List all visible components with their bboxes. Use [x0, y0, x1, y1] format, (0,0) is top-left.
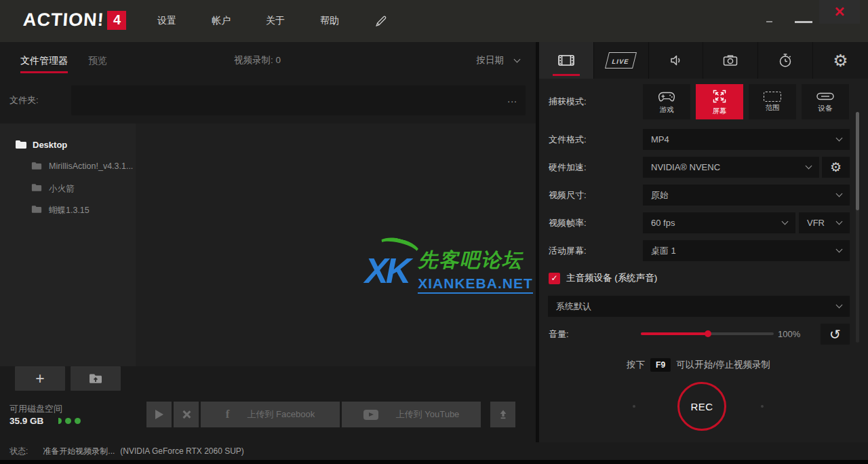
chevron-down-icon: [836, 135, 843, 142]
hw-accel-dropdown[interactable]: NVIDIA® NVENC: [643, 157, 819, 178]
scrollbar-thumb[interactable]: [856, 112, 859, 210]
folder-path-input[interactable]: ...: [71, 85, 526, 115]
minimize-to-tray-button[interactable]: [766, 21, 772, 22]
left-tab-bar: 文件管理器 预览 视频录制: 0 按日期: [0, 42, 536, 79]
chevron-down-icon: [782, 218, 789, 225]
file-format-dropdown[interactable]: MP4: [643, 129, 850, 150]
gear-icon: ⚙: [833, 52, 848, 69]
minimize-button[interactable]: [795, 21, 812, 23]
import-folder-button[interactable]: [71, 366, 121, 391]
tree-item-xiaohuojian[interactable]: 小火箭: [0, 178, 136, 199]
delete-button[interactable]: [174, 402, 199, 427]
reset-icon: ↺: [829, 326, 841, 343]
framerate-mode-dropdown[interactable]: VFR: [799, 212, 850, 233]
active-screen-dropdown[interactable]: 桌面 1: [643, 240, 850, 261]
speaker-icon: [667, 52, 685, 69]
audio-device-dropdown[interactable]: 系统默认: [548, 296, 850, 317]
tab-screenshots[interactable]: [703, 42, 758, 79]
f9-key-badge: F9: [650, 358, 671, 372]
framerate-label: 视频帧率:: [549, 212, 587, 233]
capture-mode-device[interactable]: 设备: [802, 84, 849, 119]
tab-preview[interactable]: 预览: [88, 42, 107, 79]
folder-tree: Desktop MirillisAction!_v4.3.1... 小火箭: [0, 123, 136, 366]
status-label: 状态:: [9, 446, 28, 457]
pen-icon[interactable]: [374, 15, 387, 28]
rec-button[interactable]: REC: [677, 382, 726, 431]
region-select-icon: [764, 92, 781, 102]
menu-about[interactable]: 关于: [266, 15, 285, 27]
disk-space-label: 可用磁盘空间: [9, 403, 62, 415]
menu-account[interactable]: 帐户: [212, 15, 231, 27]
hw-accel-settings-button[interactable]: ⚙: [822, 157, 850, 178]
primary-audio-label: 主音频设备 (系统声音): [566, 272, 657, 284]
logo-4-badge: 4: [107, 11, 126, 30]
volume-fill: [641, 332, 707, 335]
folder-import-icon: [89, 373, 102, 384]
chevron-down-icon: [806, 163, 812, 170]
upload-facebook-button[interactable]: f 上传到 Facebook: [201, 402, 340, 427]
tab-file-manager[interactable]: 文件管理器: [20, 42, 68, 79]
youtube-icon: [363, 410, 378, 420]
chevron-down-icon: [836, 218, 843, 225]
volume-value: 100%: [778, 324, 800, 345]
stopwatch-icon: [776, 52, 794, 69]
menu-help[interactable]: 帮助: [320, 15, 339, 27]
folder-row: 文件夹: ...: [0, 79, 536, 122]
video-size-dropdown[interactable]: 原始: [643, 185, 850, 206]
recordings-count: 视频录制: 0: [234, 42, 281, 79]
tab-live-streaming[interactable]: LIVE: [594, 42, 649, 79]
volume-reset-button[interactable]: ↺: [821, 324, 850, 345]
watermark-url: XIANKEBA.NET: [418, 275, 533, 294]
hotkey-hint: 按下F9可以开始/停止视频录制: [539, 358, 858, 372]
file-format-row: 文件格式: MP4: [539, 129, 868, 150]
file-manager-panel: 文件管理器 预览 视频录制: 0 按日期 文件夹: ...: [0, 42, 536, 442]
tree-item-mirillis[interactable]: MirillisAction!_v4.3.1...: [0, 156, 136, 178]
tree-item-desktop[interactable]: Desktop: [0, 134, 136, 156]
sort-by-dropdown[interactable]: 按日期: [477, 42, 520, 79]
menu-settings[interactable]: 设置: [157, 15, 176, 27]
chevron-down-icon: [836, 246, 843, 253]
forum-watermark: XK 先客吧论坛 XIANKEBA.NET: [365, 247, 533, 294]
volume-thumb[interactable]: [705, 330, 711, 337]
tab-video-recording[interactable]: [539, 42, 594, 79]
video-size-label: 视频尺寸:: [549, 185, 587, 206]
bottom-toolbar: f 上传到 Facebook 上传到 YouTube: [146, 402, 515, 427]
upload-facebook-label: 上传到 Facebook: [247, 408, 315, 421]
close-button[interactable]: [819, 0, 860, 24]
capture-mode-label: 捕获模式:: [549, 84, 587, 119]
right-tab-bar: LIVE ⚙: [539, 42, 868, 79]
rec-side-dot-left: [633, 405, 635, 408]
framerate-dropdown[interactable]: 60 fps: [643, 212, 795, 233]
facebook-icon: f: [226, 408, 230, 421]
upload-icon: [498, 409, 509, 420]
disk-space-row: 35.9 GB: [9, 416, 81, 426]
hint-suffix: 可以开始/停止视频录制: [676, 360, 770, 370]
watermark-title: 先客吧论坛: [418, 247, 533, 274]
capture-mode-game[interactable]: 游戏: [643, 84, 690, 119]
upload-youtube-button[interactable]: 上传到 YouTube: [342, 402, 481, 427]
file-format-label: 文件格式:: [549, 129, 587, 150]
folder-icon: [31, 205, 42, 214]
titlebar: ACTION! 4 设置 帐户 关于 帮助: [0, 0, 868, 42]
settings-scrollbar[interactable]: [856, 112, 859, 343]
capture-mode-region[interactable]: 范围: [749, 84, 796, 119]
tab-benchmark[interactable]: [758, 42, 813, 79]
folder-icon: [31, 183, 42, 192]
add-folder-button[interactable]: +: [15, 366, 65, 391]
play-button[interactable]: [146, 402, 172, 427]
recordings-list-area: XK 先客吧论坛 XIANKEBA.NET: [136, 123, 536, 366]
browse-folder-button[interactable]: ...: [507, 85, 517, 115]
tree-item-hudie[interactable]: 蝴蝶1.3.15: [0, 199, 136, 221]
video-size-row: 视频尺寸: 原始: [539, 185, 868, 206]
tab-audio-recording[interactable]: [649, 42, 704, 79]
close-icon: [834, 6, 845, 17]
export-button[interactable]: [490, 402, 515, 427]
volume-slider[interactable]: [641, 332, 774, 335]
app-logo: ACTION! 4: [23, 9, 126, 31]
primary-audio-checkbox[interactable]: ✓: [549, 273, 560, 284]
plus-icon: +: [35, 371, 44, 387]
capture-mode-screen[interactable]: 屏幕: [696, 84, 743, 119]
chevron-down-icon: [514, 56, 521, 62]
tab-settings[interactable]: ⚙: [813, 42, 868, 79]
active-screen-row: 活动屏幕: 桌面 1: [539, 240, 868, 261]
